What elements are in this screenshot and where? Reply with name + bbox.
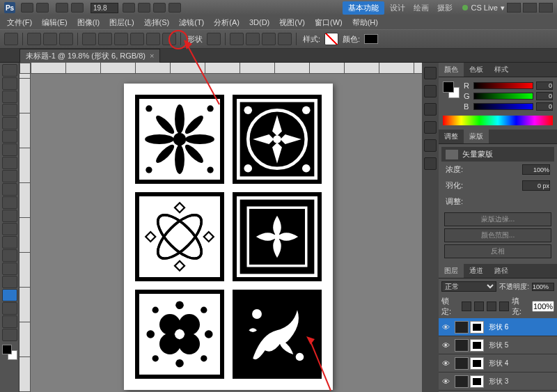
hand-icon[interactable] — [123, 3, 135, 13]
fill-input[interactable] — [532, 301, 554, 312]
brush-tool[interactable] — [2, 157, 17, 169]
menu-image[interactable]: 图像(I) — [73, 16, 104, 29]
rect-icon[interactable] — [82, 33, 96, 45]
r-input[interactable] — [536, 81, 553, 90]
custom-shape-icon[interactable] — [162, 33, 176, 45]
layer-thumb[interactable] — [455, 339, 469, 352]
rotate-icon[interactable] — [138, 3, 150, 13]
mask-tab[interactable]: 蒙版 — [464, 130, 489, 143]
layer-row[interactable]: 👁形状 3 — [439, 373, 557, 391]
combine-exclude-icon[interactable] — [278, 33, 292, 45]
wand-tool[interactable] — [2, 104, 17, 116]
layer-mask-thumb[interactable] — [470, 321, 484, 334]
shape-picker[interactable] — [207, 33, 221, 45]
layer-row[interactable]: 👁形状 6 — [439, 318, 557, 336]
minibridge-icon[interactable] — [36, 3, 49, 13]
visibility-icon[interactable]: 👁 — [439, 359, 453, 368]
paths-tab[interactable]: 路径 — [489, 264, 514, 278]
guides-icon[interactable] — [71, 3, 84, 13]
eraser-tool[interactable] — [2, 196, 17, 209]
pen-tool[interactable] — [2, 249, 17, 262]
maximize-button[interactable] — [523, 3, 537, 13]
arrange-icon[interactable] — [153, 3, 166, 13]
swatches-tab[interactable]: 色板 — [464, 63, 489, 77]
close-tab-icon[interactable]: × — [150, 52, 154, 60]
document-tab[interactable]: 未标题-1 @ 19.8% (形状 6, RGB/8) × — [19, 49, 160, 63]
opacity-input[interactable] — [532, 283, 554, 291]
screen-icon[interactable] — [168, 3, 181, 13]
fill-pixels-icon[interactable] — [59, 33, 73, 45]
workspace-tab[interactable]: 摄影 — [433, 1, 457, 15]
stamp-tool[interactable] — [2, 170, 17, 182]
zoom-input[interactable] — [91, 3, 118, 13]
lock-pos-icon[interactable] — [487, 301, 496, 311]
lock-all-icon[interactable] — [499, 301, 509, 311]
workspace-tab[interactable]: 设计 — [386, 1, 409, 15]
feather-input[interactable] — [522, 180, 550, 191]
color-swatches[interactable] — [2, 345, 17, 360]
combine-intersect-icon[interactable] — [262, 33, 276, 45]
crop-tool[interactable] — [2, 117, 17, 130]
char-panel-icon[interactable] — [424, 139, 437, 152]
brushes-panel-icon[interactable] — [424, 103, 437, 116]
blend-mode-select[interactable]: 正常 — [441, 281, 496, 292]
paths-icon[interactable] — [43, 33, 57, 45]
extras-icon[interactable] — [56, 3, 68, 13]
color-tab[interactable]: 颜色 — [439, 63, 464, 77]
layer-thumb[interactable] — [455, 321, 469, 334]
line-icon[interactable] — [146, 33, 160, 45]
visibility-icon[interactable]: 👁 — [439, 323, 453, 331]
lock-pixels-icon[interactable] — [474, 301, 484, 311]
workspace-tab[interactable]: 绘画 — [409, 1, 433, 15]
hand-tool[interactable] — [2, 315, 17, 328]
clone-panel-icon[interactable] — [424, 121, 437, 134]
layers-tab[interactable]: 图层 — [439, 264, 464, 278]
eyedropper-tool[interactable] — [2, 130, 17, 143]
menu-filter[interactable]: 滤镜(T) — [175, 16, 208, 29]
density-input[interactable] — [522, 164, 550, 175]
lasso-tool[interactable] — [2, 91, 17, 103]
type-tool[interactable] — [2, 262, 17, 275]
color-range-button[interactable]: 颜色范围... — [444, 228, 551, 242]
layer-mask-thumb[interactable] — [470, 357, 484, 370]
menu-help[interactable]: 帮助(H) — [348, 16, 382, 29]
minimize-button[interactable] — [507, 3, 521, 13]
adjust-tab[interactable]: 调整 — [439, 130, 464, 143]
tool-preset-icon[interactable] — [4, 33, 18, 45]
layer-thumb[interactable] — [455, 375, 469, 388]
layers-list[interactable]: 👁形状 6👁形状 5👁形状 4👁形状 3👁形状 2👁形状 1👁图层 1 副本 2… — [439, 318, 557, 392]
path-select-tool[interactable] — [2, 276, 17, 288]
combine-add-icon[interactable] — [230, 33, 244, 45]
menu-analysis[interactable]: 分析(A) — [210, 16, 244, 29]
canvas-area[interactable] — [19, 63, 439, 392]
actions-panel-icon[interactable] — [424, 85, 437, 97]
heal-tool[interactable] — [2, 143, 17, 156]
cslive-button[interactable]: CS Live ▾ — [462, 3, 505, 13]
layer-mask-thumb[interactable] — [470, 339, 484, 352]
para-panel-icon[interactable] — [424, 157, 437, 170]
combine-subtract-icon[interactable] — [246, 33, 260, 45]
document-canvas[interactable] — [124, 84, 333, 390]
zoom-tool[interactable] — [2, 329, 17, 341]
bridge-icon[interactable] — [21, 3, 33, 13]
lock-trans-icon[interactable] — [462, 301, 471, 311]
styles-tab[interactable]: 样式 — [489, 63, 514, 77]
b-input[interactable] — [536, 102, 553, 111]
layer-thumb[interactable] — [455, 357, 469, 370]
channels-tab[interactable]: 通道 — [464, 264, 489, 278]
gradient-tool[interactable] — [2, 210, 17, 222]
menu-view[interactable]: 视图(V) — [275, 16, 309, 29]
color-swatch[interactable] — [364, 34, 378, 44]
mask-edge-button[interactable]: 蒙版边缘... — [444, 212, 551, 226]
fg-color[interactable] — [2, 345, 12, 354]
b-slider[interactable] — [473, 103, 533, 110]
dodge-tool[interactable] — [2, 236, 17, 249]
style-picker[interactable] — [324, 33, 338, 45]
layer-row[interactable]: 👁形状 4 — [439, 354, 557, 373]
shape-tool[interactable] — [2, 289, 17, 301]
ellipse-icon[interactable] — [114, 33, 128, 45]
r-slider[interactable] — [473, 82, 533, 89]
history-brush-tool[interactable] — [2, 183, 17, 196]
visibility-icon[interactable]: 👁 — [439, 341, 453, 350]
color-panel-swatches[interactable] — [443, 81, 460, 98]
